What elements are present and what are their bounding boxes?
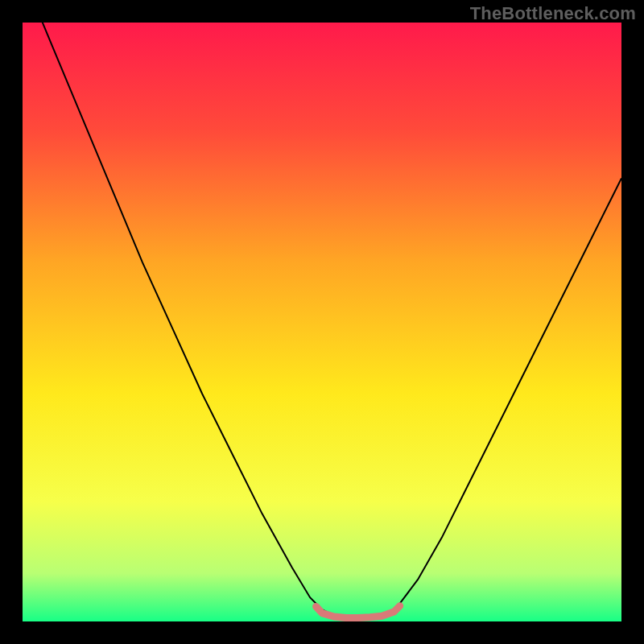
bottleneck-chart — [23, 23, 621, 621]
chart-frame: TheBottleneck.com — [0, 0, 644, 644]
chart-background — [23, 23, 621, 621]
watermark-text: TheBottleneck.com — [470, 3, 636, 24]
